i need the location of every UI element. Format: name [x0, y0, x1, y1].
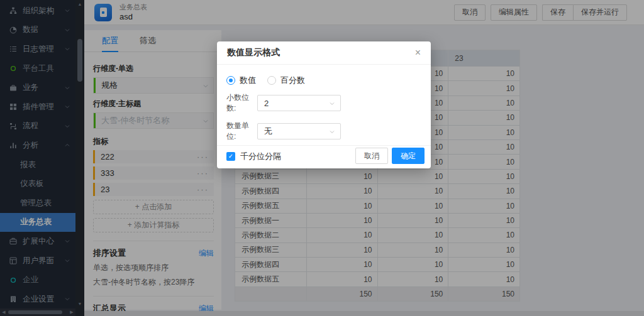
chevron-down-icon: [329, 129, 335, 135]
radio-percentage-label: 百分数: [280, 75, 305, 86]
radio-numeric[interactable]: [226, 76, 235, 85]
decimal-places-label: 小数位数:: [226, 92, 257, 114]
radio-numeric-label: 数值: [240, 75, 256, 86]
radio-percentage[interactable]: [267, 76, 276, 85]
unit-select[interactable]: 无: [257, 123, 341, 139]
modal-cancel-button[interactable]: 取消: [355, 148, 388, 164]
modal-title: 数值显示格式: [227, 47, 280, 58]
chevron-down-icon: [329, 101, 335, 107]
close-icon[interactable]: ×: [415, 48, 421, 58]
unit-label: 数量单位:: [226, 121, 257, 142]
decimal-places-select[interactable]: 2: [257, 95, 341, 111]
number-format-modal: 数值显示格式 × 数值 百分数 小数位数: 2 数量单位: 无 ✓ 千分位分隔: [217, 41, 431, 168]
modal-ok-button[interactable]: 确定: [392, 148, 425, 164]
